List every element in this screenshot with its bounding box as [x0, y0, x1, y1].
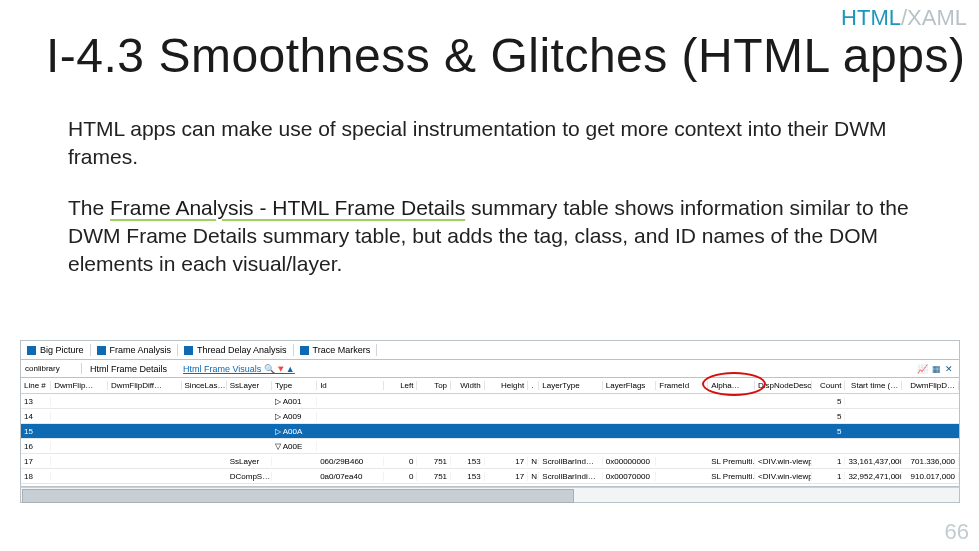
col-height[interactable]: Height — [485, 381, 529, 390]
table-cell: 15 — [21, 427, 51, 436]
col-starttime[interactable]: Start time (… — [845, 381, 902, 390]
tab-big-picture[interactable]: Big Picture — [21, 344, 91, 356]
table-cell: SsLayer — [227, 457, 272, 466]
tab-thread-delay-analysis[interactable]: Thread Delay Analysis — [178, 344, 294, 356]
table-cell: 17 — [485, 457, 529, 466]
horizontal-scrollbar[interactable] — [20, 487, 960, 503]
col-spacer[interactable]: . — [528, 381, 539, 390]
close-icon[interactable]: ✕ — [945, 364, 953, 374]
table-cell: ▷ A009 — [272, 412, 317, 421]
col-sincelas[interactable]: SinceLas… — [182, 381, 227, 390]
col-top[interactable]: Top — [417, 381, 451, 390]
category-html: HTML — [841, 5, 901, 30]
tab-indicator-icon — [97, 346, 106, 355]
scrollbar-thumb[interactable] — [22, 489, 574, 503]
table-toolbar-icons: 📈 ▦ ✕ — [917, 364, 959, 374]
col-layerflags[interactable]: LayerFlags — [603, 381, 657, 390]
table-cell: 18 — [21, 472, 51, 481]
tab-indicator-icon — [184, 346, 193, 355]
category-xaml: XAML — [907, 5, 967, 30]
col-dwmflip[interactable]: DwmFlip… — [51, 381, 108, 390]
tab-frame-analysis[interactable]: Frame Analysis — [91, 344, 179, 356]
table-cell: N — [528, 457, 539, 466]
table-cell: 17 — [21, 457, 51, 466]
col-left[interactable]: Left — [384, 381, 418, 390]
table-cell: 060/29B460 — [317, 457, 384, 466]
col-sslayer[interactable]: SsLayer — [227, 381, 272, 390]
table-cell: 17 — [485, 472, 529, 481]
line-chart-icon[interactable]: 📈 — [917, 364, 928, 374]
table-cell: DCompS… — [227, 472, 272, 481]
table-row[interactable]: 17SsLayer060/29B460075115317NScrollBarIn… — [21, 454, 959, 469]
main-tabs-row: Big Picture Frame Analysis Thread Delay … — [20, 340, 960, 359]
table-cell: 16 — [21, 442, 51, 451]
table-cell: 910.017,000 — [902, 472, 959, 481]
embedded-table-screenshot: Big Picture Frame Analysis Thread Delay … — [20, 340, 960, 503]
table-cell: <DIV.win-viewport.win-horizontal-Scrolle… — [755, 457, 812, 466]
subtab-html-frame-details[interactable]: Html Frame Details — [82, 363, 175, 375]
table-cell: ScrollBarIndi… — [539, 472, 602, 481]
table-cell: 0x00000000 — [603, 457, 657, 466]
table-cell: 13 — [21, 397, 51, 406]
body-text: HTML apps can make use of special instru… — [68, 115, 928, 301]
col-width[interactable]: Width — [451, 381, 485, 390]
col-type[interactable]: Type — [272, 381, 317, 390]
data-grid: Line # DwmFlip… DwmFlipDiff… SinceLas… S… — [20, 378, 960, 487]
table-row[interactable]: 18DCompS…0a0/07ea40075115317NScrollBarIn… — [21, 469, 959, 484]
page-number: 66 — [945, 519, 969, 545]
slide-title: I-4.3 Smoothness & Glitches (HTML apps) — [46, 28, 965, 83]
table-cell: 33,161,437,000 — [845, 457, 902, 466]
table-cell: 0 — [384, 457, 418, 466]
col-dwmflipd2[interactable]: DwmFlipD… — [902, 381, 959, 390]
col-layertype[interactable]: LayerType — [539, 381, 602, 390]
tab-trace-markers[interactable]: Trace Markers — [294, 344, 378, 356]
table-cell: 153 — [451, 472, 485, 481]
table-cell: 701.336,000 — [902, 457, 959, 466]
table-cell: 14 — [21, 412, 51, 421]
subtab-left-label: conlibrary — [21, 363, 82, 374]
tab-indicator-icon — [27, 346, 36, 355]
table-cell: N — [528, 472, 539, 481]
highlight-circle-dispnodedesc — [702, 372, 766, 396]
table-cell: 5 — [812, 397, 846, 406]
sub-tabs-row: conlibrary Html Frame Details Html Frame… — [20, 359, 960, 378]
table-cell: SL Premulti… — [708, 472, 755, 481]
table-body: 13▷ A001514▷ A009515▷ A00A516▽ A00E17SsL… — [21, 394, 959, 486]
table-row[interactable]: 1989,640…101.114,00015.026,0…120 — [21, 484, 959, 486]
col-frameid[interactable]: FrameId — [656, 381, 708, 390]
table-icon[interactable]: ▦ — [932, 364, 941, 374]
col-dwmflipdiff[interactable]: DwmFlipDiff… — [108, 381, 181, 390]
table-cell: ▽ A00E — [272, 442, 317, 451]
frame-analysis-link[interactable]: Frame Analysis - HTML Frame Details — [110, 196, 465, 219]
table-cell: ▷ A00A — [272, 427, 317, 436]
table-cell: 0 — [384, 472, 418, 481]
paragraph-1: HTML apps can make use of special instru… — [68, 115, 928, 172]
table-cell: ScrollBarInd… — [539, 457, 602, 466]
table-cell: ▷ A001 — [272, 397, 317, 406]
table-cell: SL Premulti… — [708, 457, 755, 466]
table-cell: 751 — [417, 472, 451, 481]
table-cell: 0x00070000 — [603, 472, 657, 481]
paragraph-2: The Frame Analysis - HTML Frame Details … — [68, 194, 928, 279]
tab-indicator-icon — [300, 346, 309, 355]
col-count[interactable]: Count — [812, 381, 846, 390]
table-cell: 153 — [451, 457, 485, 466]
table-cell: 1 — [812, 472, 846, 481]
table-cell: <DIV.win-viewport.win-horizontal-Scrolle… — [755, 472, 812, 481]
table-row[interactable]: 14▷ A0095 — [21, 409, 959, 424]
col-line[interactable]: Line # — [21, 381, 51, 390]
col-id[interactable]: Id — [317, 381, 384, 390]
subtab-html-frame-visuals[interactable]: Html Frame Visuals 🔍🔻▲ — [175, 363, 303, 375]
table-cell: 32,952,471,000 — [845, 472, 902, 481]
table-cell: 1 — [812, 457, 846, 466]
table-cell: 751 — [417, 457, 451, 466]
table-cell: 5 — [812, 427, 846, 436]
table-header-row: Line # DwmFlip… DwmFlipDiff… SinceLas… S… — [21, 378, 959, 394]
table-row[interactable]: 13▷ A0015 — [21, 394, 959, 409]
table-row[interactable]: 16▽ A00E — [21, 439, 959, 454]
table-cell: 0a0/07ea40 — [317, 472, 384, 481]
table-cell: 5 — [812, 412, 846, 421]
table-row[interactable]: 15▷ A00A5 — [21, 424, 959, 439]
